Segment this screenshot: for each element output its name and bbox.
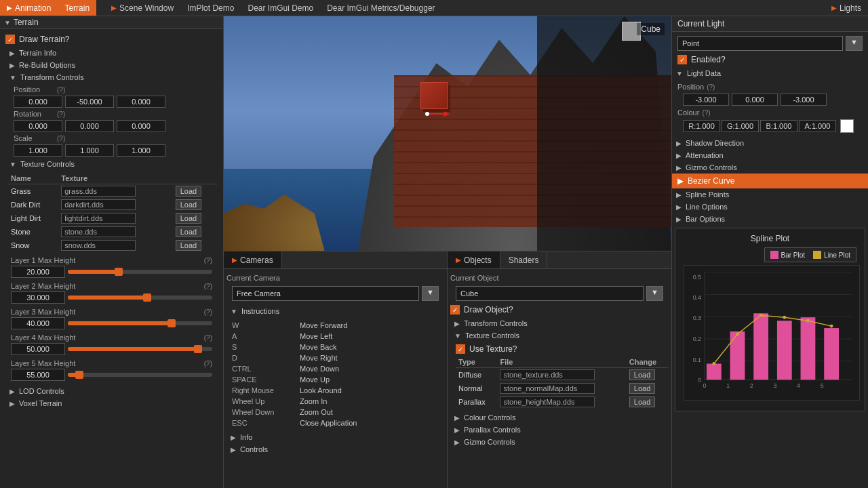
layer-5-bar[interactable] [68,373,212,377]
scene-background: Cube [224,16,671,251]
texture-controls-row[interactable]: ▼ Texture Controls [5,158,218,170]
light-pos-z[interactable] [781,94,827,106]
svg-point-25 [712,362,715,365]
obj-tex-file-input[interactable] [500,396,595,407]
attenuation-row[interactable]: ▶ Attenuation [672,149,868,161]
tex-file-input[interactable] [61,186,136,197]
enabled-checkbox[interactable]: ✓ [677,55,687,64]
rebuild-options-row[interactable]: ▶ Re-Build Options [5,59,218,71]
position-inputs [14,96,218,108]
layer-4-thumb[interactable] [194,345,202,353]
color-g-input[interactable] [722,120,759,132]
tab-dear-imgui-metrics[interactable]: Dear ImGui Metrics/Debugger [320,0,441,16]
layer-2-value[interactable] [11,291,65,304]
layer-1-value[interactable] [11,266,65,278]
pos-x-input[interactable] [14,96,62,108]
tex-file-input[interactable] [61,199,136,210]
layer-1-thumb[interactable] [115,268,123,276]
right-panel: Current Light Point ▼ ✓ Enabled? ▼ Light… [671,16,868,488]
obj-tex-load-btn[interactable]: Load [629,383,655,394]
rot-z-input[interactable] [117,120,165,132]
layer-2-bar[interactable] [68,296,212,300]
tex-load-btn[interactable]: Load [176,240,201,251]
camera-dropdown-arrow[interactable]: ▼ [422,286,439,301]
terrain-collapse-arrow: ▼ [4,19,11,26]
spline-points-row[interactable]: ▶ Spline Points [672,188,868,201]
bar-options-row[interactable]: ▶ Bar Options [672,213,868,225]
layer-3-thumb[interactable] [167,319,176,327]
light-pos-y[interactable] [732,94,778,106]
info-row[interactable]: ▶ Info [226,431,444,443]
light-type-arrow[interactable]: ▼ [846,36,863,51]
layer-2-thumb[interactable] [143,293,151,302]
gizmo-x-head [444,111,450,117]
draw-object-checkbox[interactable]: ✓ [450,305,460,314]
terrain-section-header[interactable]: ▼ Terrain [0,16,223,29]
object-select[interactable]: Cube [456,286,644,301]
terrain-info-row[interactable]: ▶ Terrain Info [5,47,218,59]
draw-terrain-checkbox[interactable]: ✓ [5,35,15,44]
obj-tex-file-input[interactable] [500,383,595,394]
tab-lights[interactable]: ▶ Lights [825,0,868,16]
colour-controls-row[interactable]: ▶ Colour Controls [450,411,669,424]
scale-y-input[interactable] [65,144,114,157]
color-r-input[interactable] [683,120,720,132]
layer-4-value[interactable] [11,343,65,355]
object-dropdown-row: Cube ▼ [456,286,663,301]
obj-tex-load-btn[interactable]: Load [629,369,655,380]
color-a-input[interactable] [799,120,836,132]
scale-x-input[interactable] [14,144,62,157]
layer-4-bar[interactable] [68,347,212,351]
tex-file-input[interactable] [61,240,136,251]
shadow-direction-row[interactable]: ▶ Shadow Direction [672,137,868,149]
tab-terrain[interactable]: Terrain [58,0,96,16]
obj-tex-file-input[interactable] [500,369,595,380]
voxel-terrain-row[interactable]: ▶ Voxel Terrain [5,397,218,409]
layer-5-value[interactable] [11,369,65,381]
instruction-key: S [226,342,294,352]
tex-load-btn[interactable]: Load [176,226,201,237]
camera-select[interactable]: Free Camera [232,286,419,301]
layer-5-thumb[interactable] [75,371,83,379]
layer-1-bar[interactable] [68,270,212,274]
use-texture-checkbox[interactable]: ✓ [456,344,465,354]
scale-z-input[interactable] [117,144,165,157]
tab-scene-window[interactable]: ▶ Scene Window [104,0,180,16]
rot-y-input[interactable] [65,120,114,132]
rot-x-input[interactable] [14,120,62,132]
scene-viewport[interactable]: Cube [224,16,671,251]
light-type-select[interactable]: Point [677,36,843,51]
tex-load-btn[interactable]: Load [176,213,201,224]
light-data-row[interactable]: ▼ Light Data [672,67,868,79]
obj-gizmo-row[interactable]: ▶ Gizmo Controls [450,436,669,448]
shaders-tab[interactable]: Shaders [500,251,548,268]
lod-controls-row[interactable]: ▶ LOD Controls [5,385,218,397]
lights-gizmo-row[interactable]: ▶ Gizmo Controls [672,161,868,174]
bezier-header[interactable]: ▶ Bezier Curve [672,174,868,188]
transform-controls-row[interactable]: ▼ Transform Controls [5,71,218,83]
obj-tex-load-btn[interactable]: Load [629,396,655,407]
obj-transform-row[interactable]: ▶ Transform Controls [450,317,669,329]
color-swatch[interactable] [840,119,854,133]
tex-file-input[interactable] [61,226,136,237]
pos-z-input[interactable] [117,96,165,108]
obj-texture-row[interactable]: ▼ Texture Controls [450,329,669,342]
instructions-row[interactable]: ▼ Instructions [226,305,444,317]
cameras-tab[interactable]: ▶ Cameras [224,251,282,268]
objects-tab[interactable]: ▶ Objects [448,251,500,268]
tex-load-btn[interactable]: Load [176,186,201,197]
layer-3-value[interactable] [11,317,65,329]
color-b-input[interactable] [760,120,797,132]
tab-implot[interactable]: ImPlot Demo [180,0,241,16]
tab-animation[interactable]: ▶ Animation [0,0,58,16]
tab-dear-imgui[interactable]: Dear ImGui Demo [241,0,320,16]
controls-row[interactable]: ▶ Controls [226,443,444,455]
light-pos-x[interactable] [683,94,729,106]
line-options-row[interactable]: ▶ Line Options [672,201,868,213]
tex-file-input[interactable] [61,213,136,224]
parallax-controls-row[interactable]: ▶ Parallax Controls [450,424,669,436]
tex-load-btn[interactable]: Load [176,199,201,210]
object-dropdown-arrow[interactable]: ▼ [646,286,663,301]
layer-3-bar[interactable] [68,321,212,325]
pos-y-input[interactable] [65,96,114,108]
